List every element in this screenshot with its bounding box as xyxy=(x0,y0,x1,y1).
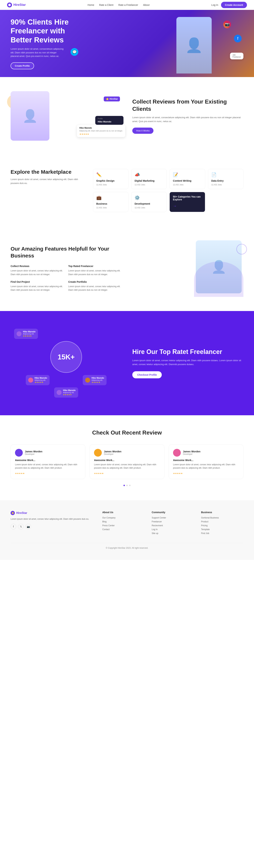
footer-logo-text: HireStar xyxy=(16,512,27,515)
footer-pricing[interactable]: Pricing xyxy=(201,524,244,527)
explore-heading: Explore the Marketplace xyxy=(10,169,86,175)
reviewer-details-0: James Worden Developer xyxy=(25,450,42,455)
features-image: 👤 xyxy=(132,240,244,297)
hire-card-left: Hike Maredo Adipiscing elit. ★★★★★ xyxy=(26,375,49,385)
footer-press-center[interactable]: Press Center xyxy=(102,524,145,527)
review-title-0: Awesome Work... xyxy=(15,459,81,462)
footer-freelancer[interactable]: Freelancer xyxy=(152,520,194,523)
collect-reviews-section: 👤 ⭐ HireStar Profile Hike Maredo Hike Ma… xyxy=(0,77,254,155)
hero-section: 90% Clients Hire Freelancer with Better … xyxy=(0,10,254,77)
feature-find-project: Find Out Project Lorem ipsum dolor sit a… xyxy=(10,280,64,292)
footer-about-heading: About Us xyxy=(102,511,145,514)
hire-body: Lorem ipsum dolor sit amet, consec letet… xyxy=(132,359,244,366)
footer-blog[interactable]: Blog xyxy=(102,520,145,523)
footer-col-community: Community Support Center Freelancer Reci… xyxy=(152,511,194,536)
hero-person: 👤 xyxy=(173,17,215,77)
explore-card-graphic-design[interactable]: ✏️ Graphic Design 12,432 Jobs xyxy=(93,169,129,189)
digital-marketing-label: Digital Marketing xyxy=(135,179,154,182)
development-label: Development xyxy=(135,202,150,205)
business-icon: 💼 xyxy=(96,195,102,200)
feature-find-body: Lorem ipsum dolor sit amet, consec tetur… xyxy=(10,285,64,292)
dot-2[interactable] xyxy=(126,485,128,486)
footer-facebook-icon[interactable]: f xyxy=(10,524,16,529)
features-section: Our Amazing Features Helpfull for Your B… xyxy=(0,226,254,311)
footer-instagram-icon[interactable]: 📷 xyxy=(26,524,31,529)
hire-count-circle: 15K+ xyxy=(50,341,82,373)
hire-card-bottom: Hike Maredo Adipiscing elit. ★★★★★ xyxy=(54,388,78,398)
reviewer-info-0: James Worden Developer xyxy=(15,449,81,457)
nav-rate-freelancer[interactable]: Rate a Freelancer xyxy=(118,3,138,6)
footer-support[interactable]: Support Center xyxy=(152,517,194,519)
footer-social: f 𝕏 📷 xyxy=(10,524,95,529)
feature-collect-body: Lorem ipsum dolor sit amet, consec tetur… xyxy=(10,269,64,276)
feature-collect-title: Collect Reviews xyxy=(10,265,64,268)
content-writing-label: Content Writing xyxy=(173,179,191,182)
how-it-works-button[interactable]: How it Works xyxy=(132,128,153,134)
review-card-0: James Worden Developer Awesome Work... L… xyxy=(10,444,85,479)
footer-login[interactable]: Log In xyxy=(152,528,194,531)
content-writing-icon: 📝 xyxy=(173,172,178,177)
explore-card-more[interactable]: 50+ Categories You can Explore → xyxy=(170,192,205,212)
footer-col-about: About Us Our Company Blog Press Center C… xyxy=(102,511,145,536)
footer-recievment[interactable]: Recievment xyxy=(152,524,194,527)
explore-card-digital-marketing[interactable]: 📣 Digital Marketing 12,432 Jobs xyxy=(131,169,167,189)
reviewer-role-0: Developer xyxy=(25,453,42,455)
review-card-floating: Hike Maredo Adipiscing elit. Diam nibh p… xyxy=(77,125,125,137)
carousel-dots xyxy=(10,485,244,486)
footer-business-heading: Business xyxy=(201,511,244,514)
create-profile-button[interactable]: Create Profile xyxy=(10,62,34,69)
digital-marketing-jobs: 12,432 Jobs xyxy=(135,184,145,186)
footer-siteup[interactable]: Site up xyxy=(152,532,194,534)
explore-card-data-entry[interactable]: 📄 Data Entry 12,432 Jobs xyxy=(208,169,244,189)
footer-template[interactable]: Template xyxy=(201,528,244,531)
checkout-profile-button[interactable]: Checkout Profile xyxy=(132,371,162,378)
footer-twitter-icon[interactable]: 𝕏 xyxy=(18,524,24,529)
nav-rate-client[interactable]: Rate a Client xyxy=(99,3,113,6)
features-content: Our Amazing Features Helpfull for Your B… xyxy=(10,245,122,292)
footer-contact[interactable]: Contact xyxy=(102,528,145,531)
footer-our-company[interactable]: Our Company xyxy=(102,517,145,519)
explore-card-business[interactable]: 💼 Business 12,432 Jobs xyxy=(93,192,129,212)
reviewer-details-2: James Worden Developer xyxy=(183,450,201,455)
review-text-1: Lorem ipsum dolor sit amet, consec tetur… xyxy=(94,463,160,470)
feature-top-title: Top Rated Freelancer xyxy=(68,265,122,268)
collect-image-area: 👤 ⭐ HireStar Profile Hike Maredo Hike Ma… xyxy=(10,91,122,141)
features-heading: Our Amazing Features Helpfull for Your B… xyxy=(10,245,122,259)
business-label: Business xyxy=(96,202,107,205)
reviewer-name-2: James Worden xyxy=(183,450,201,453)
logo: HireStar xyxy=(7,2,26,7)
reviewer-role-1: Developer xyxy=(104,453,121,455)
hire-card-info-1: Hike Maredo Adipiscing elit. ★★★★★ xyxy=(23,331,35,337)
review-text-0: Lorem ipsum dolor sit amet, consec tetur… xyxy=(15,463,81,470)
nav-about[interactable]: About xyxy=(143,3,150,6)
more-categories-arrow: → xyxy=(173,204,177,208)
feature-top-rated: Top Rated Freelancer Lorem ipsum dolor s… xyxy=(68,265,122,276)
reviewer-avatar-2 xyxy=(173,449,181,457)
reviews-section: Check Out Recent Review James Worden Dev… xyxy=(0,415,254,500)
footer-brand: ⭐ HireStar Lorem ipsum dolor sit amet, c… xyxy=(10,511,95,536)
review-card-1: James Worden Developer Awesome Work... L… xyxy=(89,444,165,479)
graphic-design-jobs: 12,432 Jobs xyxy=(96,184,107,186)
hire-avatar-4 xyxy=(57,390,62,395)
login-link[interactable]: Log In xyxy=(211,3,218,6)
footer-logo-icon: ⭐ xyxy=(10,511,15,515)
footer-find-job[interactable]: Find Job xyxy=(201,532,244,534)
footer-logo: ⭐ HireStar xyxy=(10,511,95,515)
hire-cards-row: Hike Maredo Adipiscing elit. ★★★★★ Hike … xyxy=(10,375,122,385)
hero-subtitle: Lorem ipsum dolor sit amet, consecteture… xyxy=(10,47,64,58)
hire-card-info-4: Hike Maredo Adipiscing elit. ★★★★★ xyxy=(63,389,75,396)
footer-gortional[interactable]: Gortional Business xyxy=(201,517,244,519)
data-entry-icon: 📄 xyxy=(211,172,217,177)
create-account-button[interactable]: Create Account xyxy=(221,2,247,8)
explore-card-content-writing[interactable]: 📝 Content Writing 12,432 Jobs xyxy=(170,169,205,189)
dot-1[interactable] xyxy=(123,485,125,486)
hire-heading: Hire Our Top Ratet Freelancer xyxy=(132,348,244,355)
dot-3[interactable] xyxy=(129,485,131,486)
nav-home[interactable]: Home xyxy=(88,3,94,6)
footer-product[interactable]: Product xyxy=(201,520,244,523)
explore-card-development[interactable]: ⚙️ Development 12,432 Jobs xyxy=(131,192,167,212)
digital-marketing-icon: 📣 xyxy=(135,172,140,177)
nav-links: Home Rate a Client Rate a Freelancer Abo… xyxy=(88,3,150,6)
footer-grid: ⭐ HireStar Lorem ipsum dolor sit amet, c… xyxy=(10,511,244,536)
footer-bottom: © Copyright HireStar 2023. All right res… xyxy=(10,543,244,549)
